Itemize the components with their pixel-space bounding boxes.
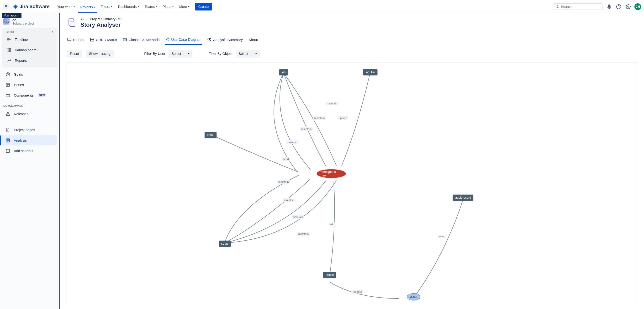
nav-filters[interactable]: Filters▾ [98,3,114,10]
search-field[interactable] [561,5,600,8]
chevron-down-icon: ▾ [172,5,174,8]
svg-point-6 [5,7,6,8]
edge-maintain: maintain [283,198,296,202]
breadcrumb-sep: / [87,17,88,21]
nav-plans[interactable]: Plans▾ [160,3,176,10]
node-job[interactable]: job [279,69,288,75]
sidebar-goals[interactable]: Goals [2,69,57,79]
tab-label: Classes & Methods [129,38,160,42]
logo[interactable]: Jira Software [13,4,50,9]
components-icon [5,93,10,98]
chevron-down-icon: ▾ [188,5,189,8]
tab-classes[interactable]: Classes & Methods [122,35,160,45]
filter-user-label: Filter By User [144,52,165,55]
svg-point-3 [5,6,6,7]
edge-update: update [352,290,363,294]
tab-stories[interactable]: Stories [66,35,85,45]
sidebar-add-shortcut[interactable]: Add shortcut [2,146,57,156]
create-button[interactable]: Create [195,3,212,10]
edge-maintain: maintain [297,232,310,236]
project-name: col [12,18,34,22]
search-icon [556,5,559,8]
node-audit-record[interactable]: audit record [453,195,473,201]
node-log-file[interactable]: log_file [363,69,378,75]
edge-add: add [328,223,335,226]
goals-icon [5,72,10,77]
svg-point-11 [619,8,619,8]
sidebar-timeline[interactable]: Timeline [3,34,56,44]
select-value: Select [172,52,181,55]
notifications-icon[interactable] [606,3,612,10]
nav-your-work[interactable]: Your work▾ [55,3,77,10]
nav-projects[interactable]: Projects▾ [78,3,98,13]
tab-label: About [248,38,258,42]
tab-label: Use Case Diagram [171,37,202,41]
node-ambiguous-user[interactable]: ambiguous user [317,169,346,178]
svg-point-1 [6,5,7,6]
chevron-down-icon: ▾ [94,6,95,8]
analysis-icon [5,138,10,143]
filter-object-label: Filter By Object [208,52,232,55]
nav-label: Teams [145,5,155,8]
nav-label: More [179,5,187,8]
tab-use-case[interactable]: Use Case Diagram [165,35,202,45]
sidebar-project-pages[interactable]: Project pages [2,125,57,135]
tab-label: CRUD Matrix [96,38,117,42]
node-sofas[interactable]: sofas [219,241,231,247]
sidebar-item-label: Timeline [15,38,28,41]
page-title: Story Analyser [80,21,124,28]
chevron-down-icon: ▾ [188,52,190,55]
tab-label: Analysis Summary [213,38,243,42]
node-visitor[interactable]: visitor [407,293,420,301]
sidebar-components[interactable]: Components NEW [2,90,57,100]
filter-object-select[interactable]: Select ▾ [236,50,260,57]
chevron-down-icon: ▾ [256,52,257,55]
tab-crud[interactable]: CRUD Matrix [90,35,118,45]
board-header[interactable]: Board ▾ [3,29,56,34]
svg-rect-13 [7,48,11,52]
filter-user-select[interactable]: Select ▾ [168,50,192,57]
sidebar-issues[interactable]: Issues [2,80,57,90]
sidebar-item-label: Components [14,93,34,97]
sidebar-item-label: Add shortcut [14,149,33,153]
releases-icon [5,111,10,117]
sidebar-reports[interactable]: Reports [3,55,56,65]
sidebar-item-label: Issues [14,83,24,87]
edge-maintain: maintain [292,215,304,219]
sidebar-releases[interactable]: Releases [2,109,57,119]
tab-summary[interactable]: Analysis Summary [207,35,243,45]
nav-label: Projects [80,5,93,9]
share-icon [165,37,170,41]
app-switcher-icon[interactable] [3,3,10,10]
reset-button[interactable]: Reset [66,50,82,57]
nav-label: Dashboards [118,5,136,8]
search-input[interactable] [553,3,603,10]
nav-teams[interactable]: Teams▾ [142,3,160,10]
nav-dashboards[interactable]: Dashboards▾ [116,3,141,10]
nav-more[interactable]: More▾ [177,3,192,10]
settings-icon[interactable] [625,3,632,10]
nav-items: Your work▾ Projects▾ Filters▾ Dashboards… [55,3,192,10]
diagram-edges [67,62,637,304]
sidebar-item-label: Project pages [14,128,35,132]
stories-icon [67,37,71,42]
project-subtitle: Software project [12,22,34,25]
tab-about[interactable]: About [248,35,258,45]
sidebar-analysis[interactable]: Analysis [0,135,57,145]
nav-label: Plans [162,5,171,8]
show-missing-button[interactable]: Show missing [86,50,114,57]
node-profile[interactable]: profile [323,272,336,278]
chevron-down-icon: ▾ [111,5,112,8]
sidebar-kanban[interactable]: Kanban board [3,45,56,55]
breadcrumb-all[interactable]: All [80,17,84,21]
sidebar-item-label: Analysis [14,139,27,142]
help-icon[interactable] [615,3,622,10]
breadcrumb-current: Project Summary COL [90,17,123,21]
node-detail[interactable]: detail [204,132,216,138]
sidebar: Your apps… 🤖 col Software project Board … [0,13,59,309]
breadcrumb: All / Project Summary COL [80,17,124,21]
avatar[interactable]: CH [634,3,641,10]
issues-icon [5,82,10,87]
main-content: All / Project Summary COL Story Analyser… [59,13,644,309]
diagram[interactable]: job log_file detail ambiguous user sofas… [66,62,637,304]
